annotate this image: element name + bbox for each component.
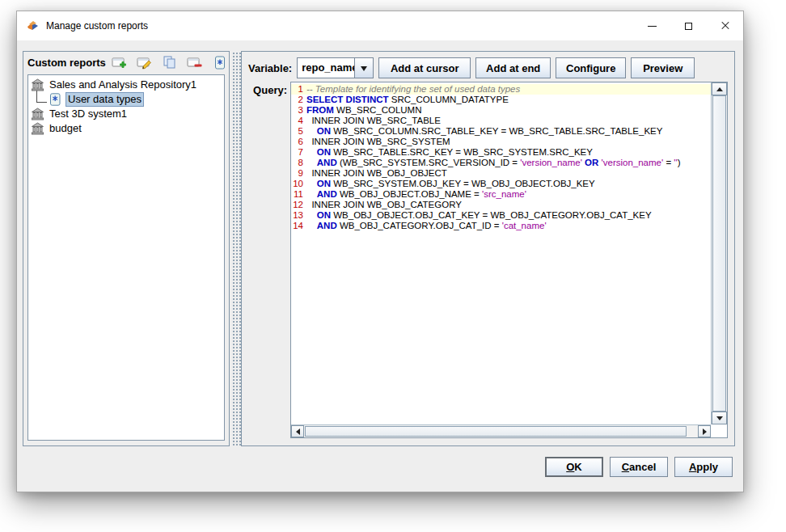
reports-tree: Sales and Analysis Repository1 User data… — [27, 74, 225, 441]
tree-item-label: Test 3D system1 — [48, 108, 129, 120]
code-line: 9 INNER JOIN WB_OBJ_OBJECT — [291, 168, 711, 179]
line-number: 11 — [291, 189, 306, 200]
close-button[interactable] — [707, 11, 743, 40]
code-line: 11 AND WB_OBJ_OBJECT.OBJ_NAME = 'src_nam… — [291, 189, 711, 200]
triangle-down-icon — [716, 416, 723, 424]
titlebar: Manage custom reports — [17, 11, 743, 40]
code-line: 5 ON WB_SRC_COLUMN.SRC_TABLE_KEY = WB_SR… — [291, 126, 711, 137]
scroll-up-button[interactable] — [712, 82, 727, 95]
split-pane-divider[interactable] — [231, 51, 241, 446]
line-number: 1 — [291, 84, 306, 95]
manage-custom-reports-dialog: Manage custom reports Custom reports — [16, 11, 744, 492]
vertical-scrollbar[interactable] — [711, 82, 727, 424]
query-editor-code[interactable]: 1-- Template for identifying the set of … — [291, 82, 711, 424]
code-line: 14 AND WB_OBJ_CATEGORY.OBJ_CAT_ID = 'cat… — [291, 221, 711, 231]
code-line: 10 ON WB_SRC_SYSTEM.OBJ_KEY = WB_OBJ_OBJ… — [291, 179, 711, 189]
line-number: 6 — [291, 137, 306, 147]
preview-button[interactable]: Preview — [631, 57, 695, 78]
line-number: 12 — [291, 200, 306, 210]
triangle-up-icon — [716, 84, 723, 91]
line-number: 14 — [291, 221, 306, 231]
close-icon — [720, 21, 730, 31]
line-number: 10 — [291, 179, 306, 189]
tree-item-label: Sales and Analysis Repository1 — [48, 78, 198, 91]
code-line: 4 INNER JOIN WB_SRC_TABLE — [291, 116, 711, 126]
horizontal-scrollbar-thumb[interactable] — [305, 426, 687, 437]
maximize-button[interactable] — [670, 11, 707, 40]
code-line: 8 AND (WB_SRC_SYSTEM.SRC_VERSION_ID = 'v… — [291, 158, 711, 168]
repository-icon — [31, 78, 44, 91]
tree-item-user-data-types[interactable]: User data types — [28, 92, 224, 107]
line-number: 3 — [291, 105, 306, 116]
triangle-left-icon — [293, 429, 300, 435]
report-icon[interactable] — [212, 56, 228, 70]
scroll-left-button[interactable] — [291, 425, 304, 437]
vertical-scrollbar-thumb[interactable] — [712, 95, 726, 412]
cancel-button[interactable]: Cancel — [610, 457, 668, 477]
code-line: 1-- Template for identifying the set of … — [291, 84, 711, 95]
query-label: Query: — [245, 84, 287, 96]
scroll-down-button[interactable] — [712, 412, 727, 424]
ok-button[interactable]: OK — [545, 457, 603, 477]
code-line: 7 ON WB_SRC_TABLE.SRC_KEY = WB_SRC_SYSTE… — [291, 147, 711, 158]
code-line: 6 INNER JOIN WB_SRC_SYSTEM — [291, 137, 711, 147]
tree-item-label: budget — [48, 122, 83, 135]
custom-reports-panel: Custom reports — [23, 51, 230, 446]
tree-item-repository[interactable]: Sales and Analysis Repository1 — [28, 78, 224, 92]
line-number: 7 — [291, 147, 306, 158]
tree-item-budget[interactable]: budget — [28, 121, 224, 136]
remove-report-icon[interactable] — [187, 56, 203, 70]
copy-report-icon[interactable] — [162, 56, 178, 70]
horizontal-scrollbar[interactable] — [291, 424, 711, 437]
line-number: 8 — [291, 158, 306, 168]
edit-report-icon[interactable] — [137, 56, 153, 70]
line-number: 5 — [291, 126, 306, 137]
dialog-footer: OK Cancel Apply — [545, 457, 733, 477]
window-title: Manage custom reports — [46, 20, 148, 32]
code-line: 13 ON WB_OBJ_OBJECT.OBJ_CAT_KEY = WB_OBJ… — [291, 210, 711, 221]
custom-reports-title: Custom reports — [27, 57, 106, 69]
minimize-icon — [648, 26, 657, 27]
minimize-button[interactable] — [634, 11, 670, 40]
line-number: 4 — [291, 116, 306, 126]
tree-connector — [36, 91, 47, 103]
chevron-down-icon — [361, 66, 367, 74]
query-panel: Variable: repo_name Add at cursor Add at… — [241, 51, 735, 446]
line-number: 9 — [291, 168, 306, 179]
add-report-icon[interactable] — [112, 56, 128, 70]
app-logo-icon — [26, 19, 40, 32]
repository-icon — [31, 122, 44, 135]
combobox-dropdown-button[interactable] — [354, 58, 373, 78]
code-line: 3FROM WB_SRC_COLUMN — [291, 105, 711, 116]
line-number: 2 — [291, 95, 306, 105]
add-at-end-button[interactable]: Add at end — [475, 57, 551, 78]
configure-button[interactable]: Configure — [556, 57, 626, 78]
tree-item-label: User data types — [66, 92, 144, 107]
report-icon — [49, 93, 62, 106]
tree-item-test-3d-system[interactable]: Test 3D system1 — [28, 107, 224, 121]
variable-label: Variable: — [248, 62, 292, 74]
apply-button[interactable]: Apply — [674, 457, 733, 477]
query-editor: 1-- Template for identifying the set of … — [290, 82, 728, 438]
line-number: 13 — [291, 210, 306, 221]
variable-combobox-value: repo_name — [298, 58, 354, 78]
code-line: 12 INNER JOIN WB_OBJ_CATEGORY — [291, 200, 711, 210]
add-at-cursor-button[interactable]: Add at cursor — [378, 57, 471, 78]
scroll-right-button[interactable] — [698, 425, 711, 437]
triangle-right-icon — [703, 429, 710, 435]
maximize-icon — [685, 23, 692, 30]
code-line: 2SELECT DISTINCT SRC_COLUMN_DATATYPE — [291, 95, 711, 105]
variable-combobox[interactable]: repo_name — [297, 57, 374, 78]
repository-icon — [31, 108, 44, 120]
